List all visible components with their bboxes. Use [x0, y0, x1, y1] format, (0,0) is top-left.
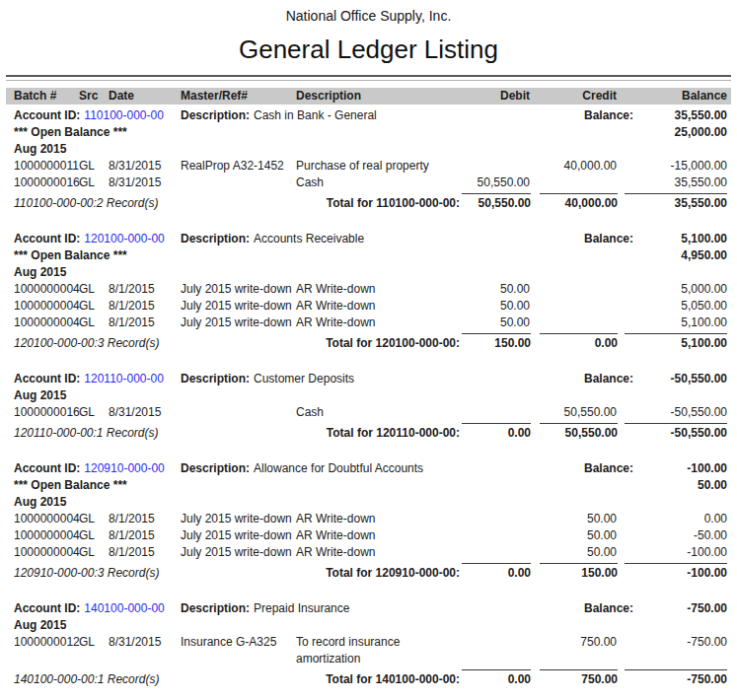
cell-src: GL — [79, 634, 109, 667]
total-balance: -750.00 — [687, 671, 727, 688]
total-debit: 0.00 — [508, 425, 531, 442]
open-balance-value: 4,950.00 — [681, 247, 727, 264]
cell-debit — [442, 404, 530, 421]
cell-master — [181, 175, 296, 191]
cell-description: AR Write-down — [296, 511, 442, 527]
col-header-credit: Credit — [530, 88, 617, 105]
total-label: Total for 120110-000-00: — [327, 425, 460, 442]
cell-master: July 2015 write-down — [181, 281, 296, 298]
account-description: Prepaid Insurance — [254, 601, 349, 615]
cell-description: AR Write-down — [296, 544, 442, 561]
cell-credit — [530, 315, 617, 331]
account-balance-value: 35,550.00 — [675, 107, 727, 124]
cell-batch: 1000000004 — [14, 527, 79, 544]
column-header-row: Batch # Src Date Master/Ref# Description… — [6, 88, 731, 105]
balance-label: Balance: — [584, 371, 633, 387]
cell-balance: -750.00 — [617, 634, 731, 667]
open-balance-value: 25,000.00 — [675, 124, 727, 141]
total-credit: 0.00 — [595, 335, 618, 352]
cell-master: July 2015 write-down — [181, 527, 296, 544]
cell-debit — [442, 511, 530, 527]
account-header-row: Account ID:110100-000-00 Description:Cas… — [6, 107, 731, 124]
open-balance-label: *** Open Balance *** — [14, 124, 127, 141]
balance-label: Balance: — [584, 600, 633, 617]
table-row: 1000000004 GL 8/1/2015 July 2015 write-d… — [6, 298, 731, 315]
cell-description: Cash — [296, 404, 442, 421]
description-label: Description: — [181, 232, 250, 245]
open-balance-value: 50.00 — [698, 477, 727, 494]
cell-description: AR Write-down — [296, 315, 442, 331]
account-id-link[interactable]: 110100-000-00 — [84, 108, 164, 122]
total-balance: -100.00 — [687, 565, 727, 582]
cell-debit — [442, 634, 530, 667]
cell-debit — [442, 158, 530, 175]
cell-src: GL — [79, 527, 109, 544]
cell-balance: -50.00 — [617, 527, 731, 544]
total-balance: -50,550.00 — [671, 425, 727, 442]
credit-total-rule — [540, 563, 618, 564]
total-row: 110100-000-00:2 Record(s) Total for 1101… — [6, 191, 731, 212]
cell-date: 8/31/2015 — [109, 634, 181, 667]
account-id-group: Account ID:120100-000-00 — [14, 231, 165, 247]
account-description: Customer Deposits — [254, 372, 354, 385]
account-id-label: Account ID: — [14, 601, 80, 615]
cell-src: GL — [79, 281, 109, 298]
account-id-link[interactable]: 120910-000-00 — [84, 461, 164, 475]
account-header-row: Account ID:120110-000-00 Description:Cus… — [6, 371, 731, 387]
account-description: Allowance for Doubtful Accounts — [254, 461, 423, 475]
cell-batch: 1000000012 — [14, 634, 79, 667]
account-description-group: Description:Cash in Bank - General — [181, 107, 377, 124]
cell-date: 8/31/2015 — [109, 404, 181, 421]
total-label: Total for 120910-000-00: — [326, 565, 460, 582]
company-name: National Office Supply, Inc. — [0, 8, 737, 25]
cell-master: July 2015 write-down — [181, 315, 296, 331]
account-id-link[interactable]: 140100-000-00 — [84, 601, 164, 615]
period-row: Aug 2015 — [6, 387, 731, 404]
col-header-master: Master/Ref# — [181, 88, 296, 105]
balance-total-rule — [625, 193, 727, 194]
table-row: 1000000004 GL 8/1/2015 July 2015 write-d… — [6, 511, 731, 527]
account-id-label: Account ID: — [14, 108, 80, 122]
credit-total-rule — [540, 193, 618, 194]
period-row: Aug 2015 — [6, 264, 731, 281]
account-section: Account ID:120110-000-00 Description:Cus… — [0, 371, 737, 442]
balance-total-rule — [625, 563, 727, 564]
account-id-link[interactable]: 120110-000-00 — [84, 372, 164, 385]
cell-src: GL — [79, 511, 109, 527]
account-id-group: Account ID:110100-000-00 — [14, 107, 164, 124]
col-header-debit: Debit — [442, 88, 530, 105]
cell-date: 8/1/2015 — [109, 298, 181, 315]
period-row: Aug 2015 — [6, 494, 731, 511]
account-section: Account ID:120100-000-00 Description:Acc… — [0, 231, 737, 352]
cell-balance: -100.00 — [617, 544, 731, 561]
debit-total-rule — [462, 563, 531, 564]
cell-master: July 2015 write-down — [181, 511, 296, 527]
cell-credit: 40,000.00 — [530, 158, 617, 175]
cell-debit: 50.00 — [442, 315, 530, 331]
record-count-note: 120910-000-00:3 Record(s) — [14, 565, 159, 582]
col-header-description: Description — [296, 88, 442, 105]
table-row: 1000000004 GL 8/1/2015 July 2015 write-d… — [6, 544, 731, 561]
cell-batch: 1000000011 — [14, 158, 79, 175]
account-id-label: Account ID: — [14, 232, 80, 245]
cell-master: RealProp A32-1452 — [181, 158, 296, 175]
account-description-group: Description:Allowance for Doubtful Accou… — [181, 460, 423, 477]
open-balance-label: *** Open Balance *** — [14, 477, 127, 494]
credit-total-rule — [540, 333, 618, 334]
account-section: Account ID:120910-000-00 Description:All… — [0, 460, 737, 582]
report-page: National Office Supply, Inc. General Led… — [0, 0, 737, 700]
cell-balance: -50,550.00 — [617, 404, 731, 421]
total-credit: 150.00 — [581, 565, 618, 582]
period-row: Aug 2015 — [6, 617, 731, 634]
total-label: Total for 140100-000-00: — [326, 671, 460, 688]
cell-description: AR Write-down — [296, 281, 442, 298]
account-id-group: Account ID:140100-000-00 — [14, 600, 165, 617]
cell-credit — [530, 298, 617, 315]
account-header-row: Account ID:120910-000-00 Description:All… — [6, 460, 731, 477]
account-id-link[interactable]: 120100-000-00 — [84, 232, 164, 245]
account-header-row: Account ID:120100-000-00 Description:Acc… — [6, 231, 731, 247]
balance-label: Balance: — [584, 231, 633, 247]
period-row: Aug 2015 — [6, 141, 731, 158]
cell-src: GL — [79, 404, 109, 421]
table-row: 1000000004 GL 8/1/2015 July 2015 write-d… — [6, 281, 731, 298]
